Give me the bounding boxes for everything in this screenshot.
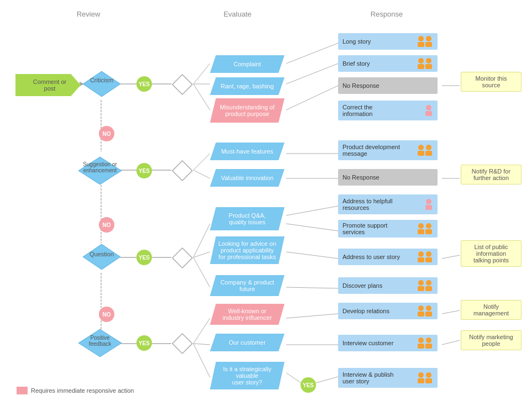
svg-rect-87	[425, 344, 432, 349]
resp-correct-info-label: Correct theinformation	[343, 104, 372, 117]
svg-line-26	[286, 43, 338, 64]
svg-point-54	[426, 36, 431, 41]
resp-brief-story: Brief story	[338, 55, 438, 72]
diamond-question: Question	[82, 243, 122, 271]
svg-marker-51	[172, 334, 192, 354]
svg-point-60	[426, 105, 431, 110]
resp-develop-relations: Develop relations	[338, 303, 438, 319]
svg-line-41	[442, 255, 460, 259]
resp-brief-story-icons	[417, 57, 433, 70]
svg-rect-75	[425, 257, 432, 262]
svg-line-23	[193, 318, 210, 344]
diamond-positive: Positivefeedback	[77, 328, 123, 358]
svg-point-74	[426, 251, 431, 257]
eval-rant: Rant, rage, bashing	[210, 77, 285, 95]
eval-complaint: Complaint	[210, 55, 285, 73]
header-response: Response	[354, 10, 420, 18]
resp-correct-info: Correct theinformation	[338, 101, 438, 120]
svg-line-21	[193, 252, 210, 257]
svg-point-64	[426, 145, 431, 150]
resp-long-story-label: Long story	[343, 38, 371, 45]
svg-rect-79	[425, 286, 432, 291]
svg-marker-44	[83, 71, 120, 97]
resp-discover-plans-label: Discover plans	[343, 282, 382, 289]
svg-point-90	[426, 372, 431, 378]
note-notify-mgmt: Notifymanagement	[461, 300, 522, 320]
no-circle-1: NO	[99, 126, 114, 141]
svg-line-15	[193, 64, 210, 84]
eval-strategic: Is it a strategicallyvaluableuser story?	[210, 362, 285, 389]
svg-point-76	[418, 280, 424, 286]
svg-point-84	[418, 338, 424, 343]
resp-promote-support: Promote supportservices	[338, 220, 438, 238]
resp-interview-publish: Interview & publishuser story	[338, 368, 438, 388]
resp-promote-support-label: Promote supportservices	[343, 222, 387, 235]
svg-point-68	[418, 223, 424, 229]
svg-rect-61	[425, 111, 432, 116]
svg-point-88	[418, 372, 424, 378]
no-circle-3: NO	[99, 307, 114, 322]
resp-address-user: Address to user story	[338, 249, 438, 265]
eval-our-customer: Our customer	[210, 334, 285, 351]
svg-line-31	[286, 206, 338, 215]
header-review: Review	[55, 10, 122, 18]
svg-line-38	[316, 377, 338, 383]
svg-marker-50	[78, 329, 122, 357]
svg-rect-77	[418, 286, 424, 291]
svg-marker-45	[172, 75, 192, 94]
legend: Requires immediate responsive action	[17, 387, 134, 394]
svg-line-32	[286, 224, 338, 231]
resp-no-response-1: No Response	[338, 77, 438, 94]
svg-rect-53	[418, 42, 424, 47]
header-evaluate: Evaluate	[204, 10, 271, 18]
eval-misunderstanding: Misunderstanding ofproduct purpose	[210, 98, 285, 123]
svg-rect-57	[418, 64, 424, 69]
svg-line-34	[286, 287, 338, 288]
svg-rect-69	[418, 229, 424, 234]
svg-point-62	[418, 145, 424, 150]
resp-interview-customer: Interview customer	[338, 335, 438, 351]
svg-point-52	[418, 36, 424, 41]
svg-line-43	[442, 340, 460, 345]
svg-line-28	[286, 86, 338, 110]
resp-long-story-icons	[417, 35, 433, 48]
svg-rect-81	[418, 312, 424, 317]
yes-circle-4: YES	[136, 335, 152, 351]
svg-rect-63	[418, 151, 424, 156]
entry-node: Comment or post	[15, 74, 81, 96]
svg-line-25	[193, 344, 210, 377]
resp-promote-support-icons	[417, 223, 433, 235]
note-list-public: List of publicinformationtalking points	[461, 240, 522, 267]
eval-company: Company & productfuture	[210, 275, 285, 296]
svg-rect-85	[418, 344, 424, 349]
resp-develop-relations-label: Develop relations	[343, 308, 389, 314]
svg-rect-91	[425, 378, 432, 383]
note-notify-marketing: Notify marketingpeople	[461, 330, 522, 350]
resp-discover-plans: Discover plans	[338, 277, 438, 294]
resp-interview-publish-icons	[417, 372, 433, 384]
svg-point-82	[426, 305, 431, 311]
entry-label: Comment or post	[33, 78, 67, 92]
svg-rect-83	[425, 312, 432, 317]
svg-line-22	[193, 257, 210, 287]
svg-line-42	[442, 310, 460, 314]
diamond-suggestion: Suggestion orenhancement	[77, 156, 123, 186]
resp-product-dev: Product developmentmessage	[338, 140, 438, 160]
eval-looking: Looking for advice onproduct applicabili…	[210, 236, 285, 264]
eval-product-qa: Product Q&A,quality issues	[210, 207, 285, 230]
eval-valuable: Valuable innovation	[210, 169, 285, 187]
svg-line-20	[193, 224, 210, 257]
resp-interview-publish-label: Interview & publishuser story	[343, 371, 393, 384]
svg-point-58	[426, 58, 431, 64]
eval-wellknown: Well-known orindustry influencer	[210, 304, 285, 325]
svg-marker-46	[78, 157, 122, 184]
resp-discover-plans-icons	[417, 280, 433, 292]
small-diamond-3	[171, 247, 193, 269]
resp-brief-story-label: Brief story	[343, 60, 370, 67]
svg-rect-65	[425, 151, 432, 156]
svg-rect-71	[425, 229, 432, 234]
svg-point-78	[426, 280, 431, 286]
svg-line-17	[193, 84, 210, 110]
svg-line-33	[286, 252, 338, 259]
yes-circle-2: YES	[136, 163, 152, 178]
